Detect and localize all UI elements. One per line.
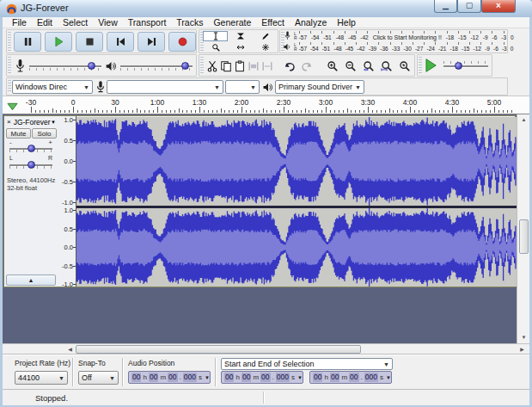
maximize-button[interactable]: ▢	[457, 0, 481, 13]
scroll-down-icon[interactable]: ▼	[517, 332, 530, 343]
time-digits[interactable]: 00	[349, 373, 358, 382]
toolbar-gripper[interactable]	[8, 32, 11, 51]
time-digits[interactable]: 00	[260, 373, 270, 382]
solo-button[interactable]: Solo	[32, 128, 57, 139]
play-at-speed-button[interactable]	[423, 58, 440, 75]
menu-transport[interactable]: Transport	[123, 17, 172, 28]
vertical-scrollbar-thumb[interactable]	[519, 219, 529, 254]
time-digits[interactable]: 00	[149, 373, 158, 382]
time-digits[interactable]: 00	[242, 373, 251, 382]
undo-button[interactable]	[282, 59, 297, 74]
time-unit[interactable]: m	[253, 373, 259, 381]
vertical-scrollbar[interactable]: ▲ ▼	[517, 114, 529, 343]
recording-channels-dropdown[interactable]: ▼	[225, 80, 260, 94]
menu-file[interactable]: File	[7, 17, 32, 28]
close-button[interactable]: ×	[481, 0, 516, 13]
menu-help[interactable]: Help	[332, 17, 361, 28]
multi-tool-button[interactable]	[253, 42, 278, 52]
fit-selection-button[interactable]	[361, 59, 376, 74]
time-digits[interactable]: 00	[131, 373, 141, 382]
recording-volume-slider[interactable]	[29, 60, 101, 72]
time-digits[interactable]: 000	[276, 373, 290, 382]
playback-speed-thumb[interactable]	[455, 62, 462, 70]
playback-volume-slider[interactable]	[120, 60, 193, 72]
selection-start-field[interactable]: 00h00m00.000s▼	[221, 371, 303, 384]
waveform-channel-left[interactable]	[76, 117, 517, 206]
chevron-down-icon[interactable]: ▼	[205, 375, 210, 380]
time-unit[interactable]: m	[160, 373, 166, 381]
time-unit[interactable]: .	[361, 373, 363, 381]
timeline-ruler[interactable]: -300301:001:302:002:303:003:304:004:305:…	[3, 96, 529, 114]
time-unit[interactable]: h	[143, 373, 146, 381]
menu-view[interactable]: View	[93, 17, 123, 28]
gain-slider-thumb[interactable]	[28, 145, 35, 152]
skip-to-start-button[interactable]	[107, 32, 134, 52]
selection-end-field[interactable]: 00h00m00.000s▼	[309, 371, 392, 384]
menu-effect[interactable]: Effect	[256, 17, 290, 28]
selection-tool-button[interactable]	[203, 31, 228, 41]
menu-tracks[interactable]: Tracks	[171, 17, 208, 28]
chevron-down-icon[interactable]: ▼	[386, 375, 391, 380]
toolbar-gripper[interactable]	[8, 57, 11, 74]
fit-project-button[interactable]	[379, 59, 394, 74]
timeline-pin-icon[interactable]	[7, 99, 18, 114]
playback-device-dropdown[interactable]: Primary Sound Driver▼	[275, 80, 364, 94]
scroll-left-icon[interactable]: ◀	[64, 344, 76, 355]
project-rate-dropdown[interactable]: 44100▼	[15, 371, 68, 385]
menu-edit[interactable]: Edit	[32, 17, 58, 28]
time-unit[interactable]: s	[199, 373, 202, 381]
gain-slider[interactable]: - +	[9, 140, 52, 154]
mute-button[interactable]: Mute	[6, 128, 31, 139]
zoom-out-button[interactable]	[343, 59, 358, 74]
time-digits[interactable]: 00	[168, 373, 177, 382]
snap-to-dropdown[interactable]: Off▼	[78, 371, 119, 385]
draw-tool-button[interactable]	[253, 31, 278, 41]
time-unit[interactable]: h	[324, 373, 327, 381]
time-digits[interactable]: 000	[364, 373, 378, 382]
menu-generate[interactable]: Generate	[208, 17, 256, 28]
monitoring-hint-text[interactable]: Click to Start Monitoring !!	[373, 34, 442, 41]
horizontal-scrollbar[interactable]: ◀ ▶	[3, 343, 529, 355]
scroll-up-icon[interactable]: ▲	[517, 114, 530, 126]
horizontal-scrollbar-thumb[interactable]	[76, 345, 361, 354]
waveform-channel-right[interactable]	[76, 208, 517, 287]
recording-meter[interactable]: LR-57-54-51-48-45-42Click to Start Monit…	[283, 31, 514, 41]
record-button[interactable]	[168, 32, 196, 52]
zoom-toggle-button[interactable]	[397, 59, 413, 74]
time-unit[interactable]: m	[341, 373, 347, 381]
play-button[interactable]	[45, 32, 72, 52]
time-unit[interactable]: s	[291, 373, 295, 381]
vertical-scale-ruler[interactable]: 1.00.50.0-0.5-1.01.00.50.0-0.5-1.0	[58, 116, 76, 287]
time-unit[interactable]: s	[380, 373, 383, 381]
chevron-down-icon[interactable]: ▼	[297, 375, 303, 380]
audio-track[interactable]: × JG-Forever ▼ Mute Solo - + L	[3, 115, 516, 287]
time-digits[interactable]: 00	[224, 373, 234, 382]
pan-slider[interactable]: L R	[9, 157, 52, 170]
time-digits[interactable]: 00	[313, 373, 322, 382]
recording-device-dropdown[interactable]: ▼	[107, 80, 223, 94]
time-unit[interactable]: .	[180, 373, 181, 381]
pan-slider-thumb[interactable]	[28, 161, 35, 169]
stop-button[interactable]	[76, 32, 103, 52]
pause-button[interactable]	[14, 32, 41, 52]
toolbar-gripper[interactable]	[8, 80, 11, 93]
menu-analyze[interactable]: Analyze	[290, 17, 332, 28]
scroll-right-icon[interactable]: ▶	[517, 344, 528, 355]
minimize-button[interactable]: ▁	[434, 0, 457, 13]
time-unit[interactable]: .	[272, 373, 274, 381]
zoom-tool-button[interactable]	[203, 42, 228, 52]
time-shift-tool-button[interactable]	[228, 42, 253, 52]
skip-to-end-button[interactable]	[138, 32, 165, 52]
audio-position-field[interactable]: 00h00m00.000s▼	[128, 371, 211, 384]
track-collapse-button[interactable]: ▲	[6, 274, 56, 286]
time-digits[interactable]: 00	[330, 373, 339, 382]
zoom-in-button[interactable]	[325, 59, 340, 74]
time-unit[interactable]: h	[235, 373, 239, 381]
toolbar-gripper[interactable]	[200, 57, 204, 74]
playback-meter[interactable]: LR-57-54-51-48-45-42-39-36-33-30-27-24-2…	[283, 42, 514, 52]
time-digits[interactable]: 000	[183, 373, 197, 382]
menu-select[interactable]: Select	[58, 17, 93, 28]
toolbar-gripper[interactable]	[419, 57, 422, 74]
track-menu-arrow-icon[interactable]: ▼	[51, 120, 56, 125]
selection-mode-dropdown[interactable]: Start and End of Selection▼	[221, 358, 393, 370]
